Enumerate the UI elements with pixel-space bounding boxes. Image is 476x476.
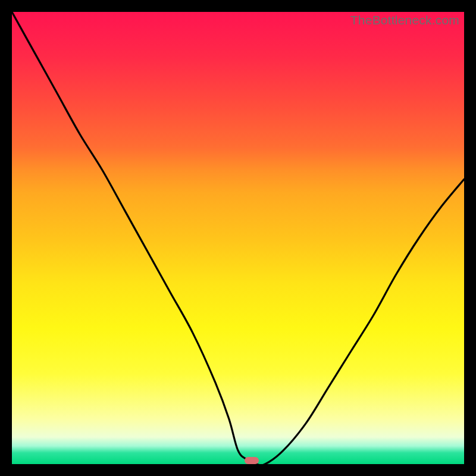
plot-area: TheBottleneck.com bbox=[12, 12, 464, 464]
watermark-text: TheBottleneck.com bbox=[350, 13, 459, 27]
optimum-marker bbox=[245, 457, 259, 464]
bottleneck-curve bbox=[12, 12, 464, 464]
chart-frame: TheBottleneck.com bbox=[0, 0, 476, 476]
curve-path bbox=[12, 12, 464, 465]
